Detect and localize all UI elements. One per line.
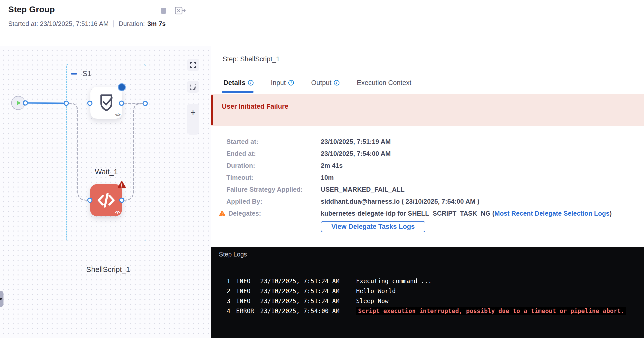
failure-banner-accent <box>211 95 213 125</box>
wait-node-label: Wait_1 <box>90 168 122 176</box>
connector-dot[interactable] <box>119 198 124 203</box>
detail-row: Ended at: 23/10/2025, 7:54:00 AM <box>211 148 644 160</box>
meta-divider <box>113 21 114 28</box>
detail-row: Duration: 2m 41s <box>211 160 644 171</box>
zoom-controls: + − <box>187 104 199 135</box>
tab-input[interactable]: Input i <box>271 79 294 87</box>
view-delegate-tasks-logs-button[interactable]: View Delegate Tasks Logs <box>321 221 425 232</box>
failure-banner-title: User Initiated Failure <box>222 103 288 110</box>
tab-execution-context[interactable]: Execution Context <box>357 79 412 87</box>
shell-code-icon <box>96 191 116 209</box>
shell-failed-badge <box>118 181 126 188</box>
info-icon[interactable]: i <box>334 80 340 86</box>
tab-output[interactable]: Output i <box>311 79 340 87</box>
marquee-select-icon <box>190 84 196 90</box>
execution-header: Step Group Started at: 23/10/2025, 7:51:… <box>0 0 644 46</box>
zoom-out-button[interactable]: − <box>190 121 196 130</box>
duration-label: Duration: <box>118 20 145 28</box>
step-group-header[interactable]: S1 <box>71 69 92 78</box>
detail-row-delegates: Delegates: kubernetes-delegate-idp for S… <box>211 207 644 219</box>
warning-icon <box>219 210 226 216</box>
detail-row: Failure Strategy Applied: USER_MARKED_FA… <box>211 183 644 195</box>
detail-row: Timeout: 10m <box>211 171 644 183</box>
tab-details[interactable]: Details i <box>224 79 254 87</box>
shell-node-label: ShellScript_1 <box>86 265 126 274</box>
fullscreen-button[interactable] <box>187 59 199 71</box>
detail-row: Started at: 23/10/2025, 7:51:19 AM <box>211 136 644 148</box>
step-logs-title: Step Logs <box>219 251 247 258</box>
stop-square-icon <box>161 8 166 14</box>
left-drawer-handle[interactable] <box>0 291 4 307</box>
step-logs-header[interactable]: Step Logs <box>211 247 644 262</box>
step-title: Step: ShellScript_1 <box>223 55 280 63</box>
connector-dot[interactable] <box>143 101 148 106</box>
pipeline-graph-canvas[interactable]: S1 </> Wait_1 </> ShellScript_1 <box>0 46 211 338</box>
step-group-label: S1 <box>82 69 92 78</box>
stop-execution-icon[interactable] <box>161 8 166 14</box>
info-icon[interactable]: i <box>248 80 254 86</box>
expand-drawer-icon <box>0 298 2 300</box>
failure-banner: User Initiated Failure <box>211 94 644 126</box>
active-tab-underline <box>222 91 254 93</box>
info-icon[interactable]: i <box>288 80 294 86</box>
wait-script-mini-icon: </> <box>115 113 120 117</box>
duration-value: 3m 7s <box>148 20 166 28</box>
detail-row: Applied By: siddhant.dua@harness.io ( 23… <box>211 195 644 207</box>
connector-dot[interactable] <box>88 101 93 106</box>
node-shellscript-1[interactable]: </> <box>90 184 122 216</box>
step-logs-section: Step Logs 1 INFO 23/10/2025, 7:51:24 AM … <box>211 247 644 338</box>
log-line: 1 INFO 23/10/2025, 7:51:24 AM Executing … <box>211 276 644 286</box>
detail-tabs: Details i Input i Output i Execution Con… <box>224 76 412 89</box>
log-line: 2 INFO 23/10/2025, 7:51:24 AM Hello Worl… <box>211 286 644 296</box>
zoom-in-button[interactable]: + <box>190 108 196 117</box>
collapse-group-icon[interactable] <box>71 73 77 75</box>
log-console[interactable]: 1 INFO 23/10/2025, 7:51:24 AM Executing … <box>211 262 644 316</box>
step-details-panel: Step: ShellScript_1 Details i Input i Ou… <box>211 46 644 338</box>
delegate-value: kubernetes-delegate-idp for SHELL_SCRIPT… <box>321 210 494 217</box>
marquee-select-button[interactable] <box>187 81 199 93</box>
abort-exit-icon[interactable] <box>175 7 186 15</box>
connector-dot[interactable] <box>23 101 28 106</box>
step-detail-fields: Started at: 23/10/2025, 7:51:19 AM Ended… <box>211 136 644 219</box>
log-line-error: 4 ERROR 23/10/2025, 7:54:00 AM Script ex… <box>211 306 644 316</box>
connector-dot[interactable] <box>119 101 124 106</box>
fullscreen-icon <box>190 62 196 68</box>
wait-status-badge <box>118 83 126 91</box>
abort-exit-glyph <box>175 7 186 15</box>
log-line: 3 INFO 23/10/2025, 7:51:24 AM Sleep Now <box>211 296 644 306</box>
node-wait-1[interactable]: </> <box>90 87 122 119</box>
connector-dot[interactable] <box>88 198 93 203</box>
delegate-selection-logs-link[interactable]: Most Recent Delegate Selection Logs <box>494 210 610 217</box>
wait-shield-check-icon <box>97 93 116 113</box>
page-title: Step Group <box>8 5 55 14</box>
play-icon <box>17 101 21 105</box>
execution-meta: Started at: 23/10/2025, 7:51:16 AM Durat… <box>8 20 166 28</box>
shell-script-mini-icon: </> <box>115 210 120 215</box>
connector-dot[interactable] <box>64 101 69 106</box>
started-at-text: Started at: 23/10/2025, 7:51:16 AM <box>8 20 108 28</box>
tabbar-divider <box>211 93 644 93</box>
